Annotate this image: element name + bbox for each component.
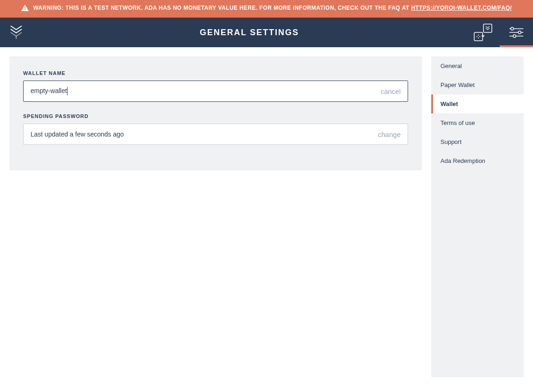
spending-password-status: Last updated a few seconds ago [31, 131, 373, 138]
app-logo[interactable] [0, 18, 32, 47]
spending-password-change-button[interactable]: change [378, 131, 401, 138]
warning-banner: WARNING: THIS IS A TEST NETWORK. ADA HAS… [0, 0, 533, 18]
svg-rect-3 [474, 32, 483, 41]
header-actions [466, 18, 533, 47]
sidebar-item-general[interactable]: General [431, 56, 524, 75]
wallet-name-input-wrapper[interactable]: empty-wallet cancel [23, 81, 408, 102]
wallet-name-input[interactable]: empty-wallet [31, 87, 376, 95]
header-action-daedalus-transfer[interactable] [466, 18, 500, 47]
content: WALLET NAME empty-wallet cancel SPENDING… [0, 47, 533, 386]
svg-point-13 [513, 35, 516, 37]
warning-text-wrapper: WARNING: THIS IS A TEST NETWORK. ADA HAS… [33, 4, 512, 12]
text-caret [67, 87, 68, 95]
wallet-name-field-group: WALLET NAME empty-wallet cancel [23, 70, 408, 102]
warning-icon [21, 5, 29, 14]
warning-link[interactable]: HTTPS://YOROI-WALLET.COM/FAQ/ [411, 5, 512, 11]
settings-sidebar: General Paper Wallet Wallet Terms of use… [431, 56, 524, 377]
header: GENERAL SETTINGS [0, 18, 533, 47]
sidebar-item-paper-wallet[interactable]: Paper Wallet [431, 75, 524, 94]
main-panel: WALLET NAME empty-wallet cancel SPENDING… [9, 56, 422, 170]
sidebar-item-wallet[interactable]: Wallet [431, 94, 524, 113]
svg-rect-0 [25, 7, 25, 9]
svg-point-4 [477, 36, 477, 37]
spending-password-label: SPENDING PASSWORD [23, 113, 408, 119]
svg-point-11 [518, 31, 521, 34]
wallet-name-label: WALLET NAME [23, 70, 408, 76]
warning-text: WARNING: THIS IS A TEST NETWORK. ADA HAS… [33, 5, 411, 11]
wallet-name-cancel-button[interactable]: cancel [381, 87, 401, 95]
sidebar-item-terms-of-use[interactable]: Terms of use [431, 113, 524, 132]
spending-password-wrapper: Last updated a few seconds ago change [23, 124, 408, 145]
svg-point-7 [478, 37, 479, 38]
svg-rect-1 [25, 10, 25, 11]
svg-point-6 [478, 35, 479, 36]
header-action-settings[interactable] [500, 18, 533, 47]
sidebar-item-support[interactable]: Support [431, 132, 524, 151]
page-title: GENERAL SETTINGS [32, 18, 466, 47]
svg-point-9 [511, 27, 514, 30]
sidebar-item-ada-redemption[interactable]: Ada Redemption [431, 151, 524, 170]
spending-password-field-group: SPENDING PASSWORD Last updated a few sec… [23, 113, 408, 145]
svg-rect-2 [483, 24, 492, 32]
svg-point-5 [479, 36, 480, 37]
